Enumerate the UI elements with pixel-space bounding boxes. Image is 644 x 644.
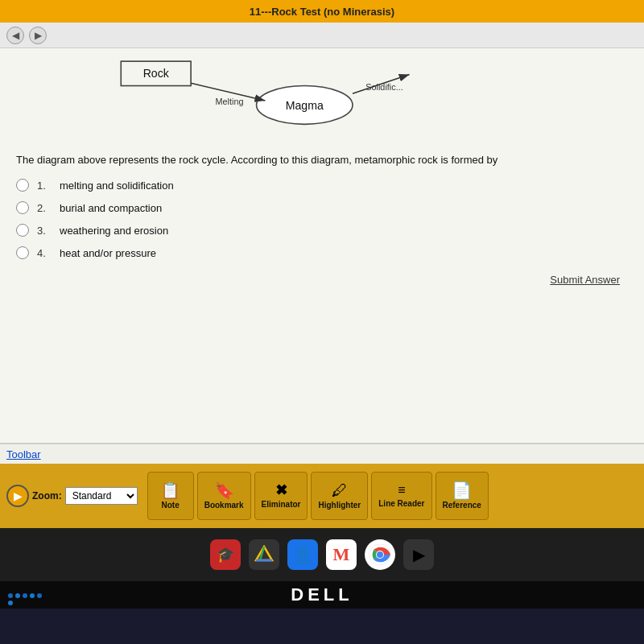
google-drive-icon[interactable] <box>249 539 279 570</box>
highlighter-tool-button[interactable]: 🖊 Highlighter <box>311 472 368 520</box>
note-label: Note <box>162 501 180 510</box>
option-text-3: weathering and erosion <box>60 225 168 237</box>
dell-area: DELL <box>0 581 644 609</box>
chrome-icon[interactable] <box>365 539 395 570</box>
zoom-select[interactable]: Standard Large Extra Large <box>65 487 138 505</box>
radio-3[interactable] <box>16 224 29 237</box>
zoom-container: Zoom: Standard Large Extra Large <box>32 487 138 505</box>
radio-1[interactable] <box>16 179 29 192</box>
note-icon: 📋 <box>160 482 180 498</box>
nav-bar: ◀ ▶ <box>0 23 644 48</box>
svg-text:Solidific...: Solidific... <box>365 82 402 92</box>
answer-option-1[interactable]: 1. melting and solidification <box>16 179 628 192</box>
reference-icon: 📄 <box>452 482 472 498</box>
answer-option-3[interactable]: 3. weathering and erosion <box>16 224 628 237</box>
page-title: 11---Rock Test (no Minerasis) <box>250 6 394 18</box>
main-content: Rock Magma Melting Solidific... The diag… <box>0 48 644 443</box>
option-text-2: burial and compaction <box>60 202 162 214</box>
blue-dots <box>8 593 48 605</box>
people-icon[interactable]: 👤 <box>287 539 318 570</box>
bookmark-label: Bookmark <box>204 501 244 510</box>
note-tool-button[interactable]: 📋 Note <box>147 472 194 520</box>
bookmark-icon: 🔖 <box>214 482 234 498</box>
submit-button[interactable]: Submit Answer <box>550 274 620 286</box>
browser-top-bar: 11---Rock Test (no Minerasis) <box>0 0 644 23</box>
option-text-1: melting and solidification <box>60 180 174 192</box>
zoom-label: Zoom: <box>32 490 62 502</box>
highlighter-icon: 🖊 <box>332 482 348 498</box>
option-number-3: 3. <box>37 225 52 237</box>
toolbar-label[interactable]: Toolbar <box>6 448 41 460</box>
option-number-2: 2. <box>37 202 52 214</box>
answer-option-4[interactable]: 4. heat and/or pressure <box>16 246 628 259</box>
svg-text:Rock: Rock <box>143 67 170 80</box>
question-text: The diagram above represents the rock cy… <box>16 153 628 167</box>
reference-label: Reference <box>443 501 481 510</box>
system-taskbar: 🎓 👤 M ▶ <box>0 528 644 581</box>
submit-row: Submit Answer <box>16 274 628 286</box>
radio-4[interactable] <box>16 246 29 259</box>
nav-back-button[interactable]: ◀ <box>6 27 24 44</box>
edu-app-icon[interactable]: 🎓 <box>210 539 241 570</box>
line-reader-icon: ≡ <box>398 484 405 497</box>
eliminator-tool-button[interactable]: ✖ Eliminator <box>254 472 308 520</box>
option-number-1: 1. <box>37 180 52 192</box>
eliminator-icon: ✖ <box>275 483 287 497</box>
radio-2[interactable] <box>16 201 29 214</box>
answer-options: 1. melting and solidification 2. burial … <box>16 179 628 259</box>
svg-text:Magma: Magma <box>286 99 324 112</box>
line-reader-label: Line Reader <box>378 499 424 508</box>
gmail-icon[interactable]: M <box>326 539 357 570</box>
reference-tool-button[interactable]: 📄 Reference <box>436 472 489 520</box>
toolbar-label-row: Toolbar <box>0 444 644 464</box>
play-store-icon[interactable]: ▶ <box>403 539 434 570</box>
svg-point-14 <box>377 551 383 558</box>
option-text-4: heat and/or pressure <box>60 247 156 259</box>
line-reader-tool-button[interactable]: ≡ Line Reader <box>371 472 431 520</box>
bookmark-tool-button[interactable]: 🔖 Bookmark <box>197 472 251 520</box>
toolbar-nav-button[interactable]: ▶ <box>6 485 29 507</box>
rock-cycle-diagram: Rock Magma Melting Solidific... <box>16 56 628 145</box>
nav-forward-button[interactable]: ▶ <box>29 27 47 44</box>
eliminator-label: Eliminator <box>262 500 301 509</box>
svg-text:Melting: Melting <box>216 97 244 106</box>
dell-logo: DELL <box>291 584 353 605</box>
option-number-4: 4. <box>37 247 52 259</box>
answer-option-2[interactable]: 2. burial and compaction <box>16 201 628 214</box>
highlighter-label: Highlighter <box>318 501 361 510</box>
bottom-toolbar: ▶ Zoom: Standard Large Extra Large 📋 Not… <box>0 464 644 528</box>
